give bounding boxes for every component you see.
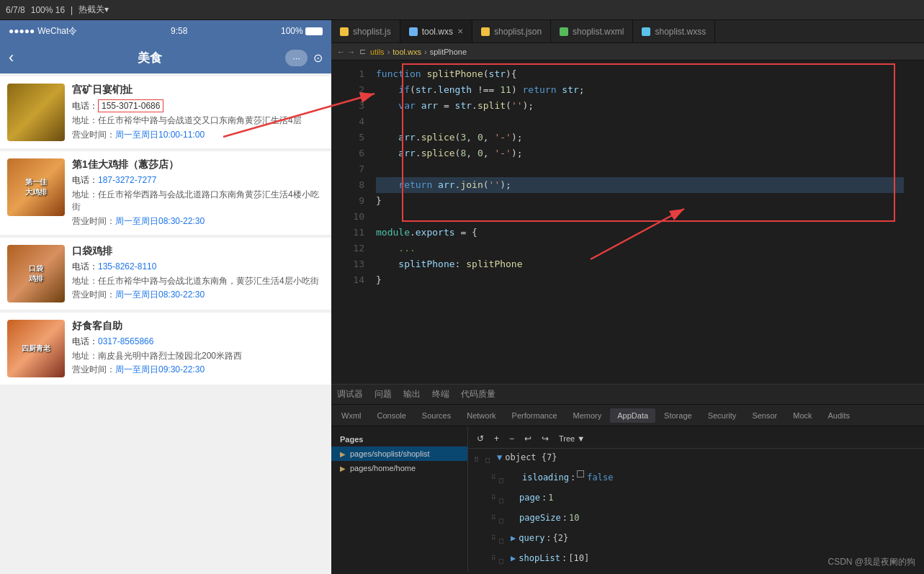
bottom-tabs-bar: 调试器 问题 输出 终端 代码质量	[331, 385, 924, 405]
food-info-2: 第1佳大鸡排（蕙莎店） 电话：187-3272-7277 地址：任丘市裕华西路与…	[72, 158, 324, 228]
phone-content[interactable]: 宫矿日宴钔扯 电话：155-3071-0686 地址：任丘市裕华中路与会战道交又…	[0, 73, 331, 574]
devtools-tabs-bar: Wxml Console Sources Network Performance…	[331, 405, 924, 426]
devtools-tab-wxml[interactable]: Wxml	[334, 408, 369, 423]
phone-back-button[interactable]: ‹	[9, 48, 14, 67]
drag-icon-root: ⠿	[474, 453, 483, 467]
address-val-1: 任丘市裕华中路与会战道交又口东南角黄莎汇生活4层	[98, 115, 302, 125]
phone-number-3[interactable]: 135-8262-8110	[98, 261, 156, 272]
data-refresh-btn[interactable]: ↺	[474, 432, 487, 445]
food-card-4: 四厨青老 好食客自助 电话：0317-8565866 地址：南皮县光明中路烈士陵…	[0, 313, 331, 385]
bottom-tab-quality[interactable]: 代码质量	[461, 385, 495, 403]
val-page: 1	[548, 490, 553, 505]
breadcrumb-bookmark-icon: ⊏	[359, 47, 366, 56]
food-img-text-3: 口袋鸡排	[7, 245, 65, 302]
expand-root[interactable]: ▼	[497, 450, 502, 465]
root-label: object {7}	[505, 450, 557, 465]
devtools-tab-audits[interactable]: Audits	[821, 408, 858, 423]
key-query: query	[519, 531, 544, 545]
drag-icon-pagesize: ⠿	[491, 511, 496, 525]
tab-shoplist-wxss[interactable]: shoplist.wxss	[633, 20, 715, 42]
devtools-tab-network[interactable]: Network	[459, 408, 503, 423]
hours-val-4: 周一至周日09:30-22:30	[115, 364, 205, 375]
phone-number-4[interactable]: 0317-8565866	[98, 336, 153, 346]
tab-icon-js	[340, 27, 349, 36]
devtools-tab-memory[interactable]: Memory	[566, 408, 609, 423]
devtools-tab-appdata[interactable]: AppData	[610, 408, 655, 423]
code-line-8: return arr.join('');	[376, 177, 904, 193]
page-icon-1: ▶	[340, 450, 346, 458]
phone-number-highlighted-1[interactable]: 155-3071-0686	[98, 99, 163, 112]
tab-label-tool-wxs: tool.wxs	[422, 27, 453, 37]
data-view: ↺ + − ↩ ↪ Tree ▼ ⠿ □ ▼ object {7}	[468, 426, 924, 571]
top-bar-sep: |	[71, 5, 73, 15]
tab-shoplist-json[interactable]: shoplist.json	[472, 20, 551, 42]
tab-tool-wxs[interactable]: tool.wxs ✕	[400, 20, 472, 42]
code-line-9: }	[376, 193, 904, 209]
code-line-14: }	[376, 272, 904, 288]
food-card-1: 宫矿日宴钔扯 电话：155-3071-0686 地址：任丘市裕华中路与会战道交又…	[0, 76, 331, 148]
food-name-3: 口袋鸡排	[72, 245, 324, 258]
checkbox-isloading[interactable]	[577, 470, 584, 477]
tab-icon-wxs	[409, 27, 418, 36]
line-numbers: 12345 678910 11121314	[341, 60, 370, 384]
data-redo-btn[interactable]: ↪	[539, 432, 552, 445]
food-name-2: 第1佳大鸡排（蕙莎店）	[72, 158, 324, 171]
hours-val-1: 周一至周日10:00-11:00	[115, 130, 205, 140]
food-image-1	[7, 84, 65, 141]
phone-number-2[interactable]: 187-3272-7277	[98, 175, 156, 185]
tab-close-tool-wxs[interactable]: ✕	[457, 27, 463, 35]
page-item-shoplist[interactable]: ▶ pages/shoplist/shoplist	[331, 447, 467, 461]
hours-label-2: 营业时间：	[72, 216, 115, 226]
phone-target-button[interactable]: ⊙	[313, 51, 323, 65]
code-line-10	[376, 209, 904, 225]
food-hours-4: 营业时间：周一至周日09:30-22:30	[72, 364, 324, 376]
page-item-home[interactable]: ▶ pages/home/home	[331, 461, 467, 475]
food-hours-2: 营业时间：周一至周日08:30-22:30	[72, 215, 324, 228]
bottom-tab-output[interactable]: 输出	[403, 385, 421, 403]
address-label-1: 地址：	[72, 115, 98, 125]
data-toolbar: ↺ + − ↩ ↪ Tree ▼	[468, 429, 924, 449]
expand-query[interactable]: ▶	[511, 531, 516, 545]
gutter-column	[331, 60, 341, 384]
tab-icon-wxss	[642, 27, 650, 36]
address-val-4: 南皮县光明中路烈士陵园北200米路西	[98, 351, 242, 361]
phone-time: 9:58	[171, 26, 187, 36]
drag-icon-shoplist: ⠿	[491, 551, 496, 565]
page-icon-2: ▶	[340, 465, 346, 472]
bottom-tab-terminal[interactable]: 终端	[432, 385, 449, 403]
phone-battery: 100%	[281, 26, 323, 36]
top-bar-capture[interactable]: 热截关▾	[79, 4, 109, 16]
data-remove-btn[interactable]: −	[506, 432, 517, 445]
data-add-btn[interactable]: +	[491, 432, 502, 445]
expand-shoplist[interactable]: ▶	[511, 551, 516, 565]
code-area: 12345 678910 11121314 function splitPhon…	[331, 60, 924, 384]
breadcrumb-part-utils: utils	[370, 48, 385, 56]
food-info-1: 宫矿日宴钔扯 电话：155-3071-0686 地址：任丘市裕华中路与会战道交又…	[72, 84, 324, 141]
food-img-text-4: 四厨青老	[7, 320, 65, 377]
data-tree-selector[interactable]: Tree ▼	[559, 434, 585, 443]
breadcrumb-nav-icon[interactable]: ← →	[337, 48, 355, 56]
food-info-4: 好食客自助 电话：0317-8565866 地址：南皮县光明中路烈士陵园北200…	[72, 320, 324, 377]
code-content[interactable]: function splitPhone(str){ if(str.length …	[370, 60, 910, 384]
tab-shoplist-js[interactable]: shoplist.js	[331, 20, 400, 42]
devtools-tab-storage[interactable]: Storage	[657, 408, 699, 423]
phone-header: ‹ 美食 ··· ⊙	[0, 42, 331, 73]
top-bar: 6/7/8 100% 16 | 热截关▾	[0, 0, 924, 20]
devtools-tab-mock[interactable]: Mock	[786, 408, 819, 423]
state-icon-root: □	[485, 453, 494, 467]
watermark: CSDN @我是夜阑的狗	[827, 556, 915, 568]
food-info-3: 口袋鸡排 电话：135-8262-8110 地址：任丘市裕华中路与会战北道东南角…	[72, 245, 324, 302]
devtools-tab-performance[interactable]: Performance	[505, 408, 565, 423]
tab-shoplist-wxml[interactable]: shoplist.wxml	[551, 20, 633, 42]
devtools-tab-sources[interactable]: Sources	[415, 408, 458, 423]
devtools-tab-sensor[interactable]: Sensor	[745, 408, 784, 423]
devtools-tab-security[interactable]: Security	[701, 408, 744, 423]
val-pagesize: 10	[569, 511, 579, 525]
data-row-total: ⠿ □ total : 80	[468, 570, 924, 571]
phone-panel: ●●●●● WeChat令 9:58 100% ‹ 美食 ··· ⊙	[0, 20, 331, 574]
bottom-tab-debugger[interactable]: 调试器	[337, 385, 363, 403]
bottom-tab-problems[interactable]: 问题	[374, 385, 392, 403]
data-undo-btn[interactable]: ↩	[521, 432, 534, 445]
phone-menu-button[interactable]: ···	[285, 50, 308, 66]
devtools-tab-console[interactable]: Console	[370, 408, 413, 423]
